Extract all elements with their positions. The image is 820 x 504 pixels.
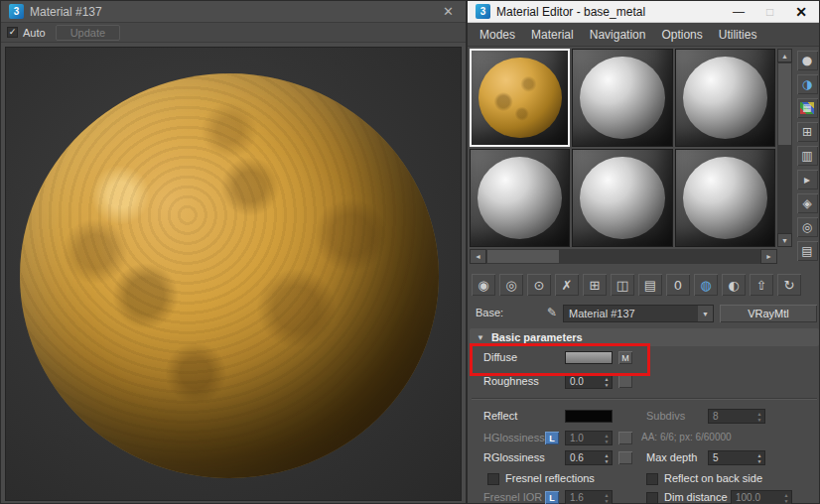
sample-uv-tiling-button[interactable]: ⊞ [797, 122, 818, 142]
material-map-navigator-button[interactable]: ▤ [797, 241, 818, 261]
diffuse-color-swatch[interactable] [565, 351, 613, 364]
options-button[interactable]: ◈ [797, 193, 818, 213]
update-button[interactable]: Update [56, 25, 120, 41]
slots-vertical-scrollbar[interactable]: ▲ ▼ [777, 49, 792, 247]
rglossiness-spinner[interactable]: 0.6 ▲▼ [565, 450, 613, 465]
material-class-button[interactable]: VRayMtl [720, 305, 817, 322]
hglossiness-map-button[interactable] [618, 432, 632, 444]
put-material-to-scene-icon: ◎ [505, 279, 516, 292]
select-by-material-button[interactable]: ◎ [797, 217, 818, 237]
scroll-down-icon[interactable]: ▼ [777, 233, 792, 247]
spin-down-icon[interactable]: ▼ [757, 458, 762, 464]
scroll-left-icon[interactable]: ◄ [470, 249, 486, 264]
spin-down-icon[interactable]: ▼ [757, 417, 762, 423]
put-to-library-button[interactable]: ▤ [638, 274, 662, 296]
get-material-icon: ◉ [478, 279, 488, 292]
close-icon[interactable]: ✕ [439, 4, 458, 19]
show-end-result-button[interactable]: ◐ [722, 274, 746, 296]
sample-slot-6[interactable] [675, 149, 775, 247]
hglossiness-row: HGlossiness L 1.0 ▲▼ AA: 6/6; px: 6/6000… [468, 430, 820, 447]
go-to-parent-button[interactable]: ⇧ [750, 274, 773, 296]
auto-checkbox[interactable]: ✓ [7, 27, 18, 38]
diffuse-map-button[interactable]: M [618, 351, 632, 364]
sample-slot-2[interactable] [572, 49, 672, 147]
spin-down-icon[interactable]: ▼ [605, 458, 610, 464]
reset-material-button[interactable]: ✗ [555, 274, 579, 296]
sample-slot-1[interactable] [470, 49, 570, 147]
close-icon[interactable]: ✕ [795, 5, 807, 19]
sample-slot-4[interactable] [470, 149, 570, 247]
fresnel-reflections-checkbox[interactable] [487, 473, 499, 485]
roughness-row: Roughness 0.0 ▲▼ [468, 373, 820, 391]
hglossiness-lock-button[interactable]: L [545, 432, 559, 444]
scroll-up-icon[interactable]: ▲ [777, 49, 792, 63]
menu-options[interactable]: Options [653, 28, 710, 42]
preview-titlebar[interactable]: 3 Material #137 ✕ [1, 1, 466, 23]
rglossiness-row: RGlossiness 0.6 ▲▼ Max depth 5 ▲▼ [468, 449, 820, 467]
hglossiness-label: HGlossiness [483, 432, 545, 443]
dim-distance-checkbox[interactable] [646, 492, 658, 504]
background-button[interactable]: ▦ [797, 98, 818, 118]
assign-material-to-selection-button[interactable]: ⊙ [527, 274, 551, 296]
fresnel-ior-value: 1.6 [566, 492, 602, 503]
subdivs-value: 8 [709, 411, 754, 422]
sample-type-icon: ● [802, 55, 812, 66]
material-toolbar: ◉ ◎ ⊙ ✗ ⊞ ◫ ▤ 0 ◍ ◐ ⇧ ↻ [472, 273, 817, 297]
reflect-color-swatch[interactable] [565, 410, 613, 423]
backlight-button[interactable]: ◑ [797, 74, 818, 94]
editor-titlebar[interactable]: 3 Material Editor - base_metal — □ ✕ [468, 1, 819, 23]
vertical-scroll-thumb[interactable] [778, 63, 791, 145]
put-material-to-scene-button[interactable]: ◎ [499, 274, 523, 296]
preview-toolbar: ✓ Auto Update [1, 23, 466, 43]
fresnel-ior-lock-button[interactable]: L [545, 491, 559, 504]
fresnel-ior-spinner[interactable]: 1.6 ▲▼ [565, 490, 613, 504]
slots-horizontal-scrollbar[interactable]: ◄ ► [470, 249, 777, 264]
make-unique-button[interactable]: ◫ [611, 274, 634, 296]
sample-slot-3[interactable] [675, 49, 775, 147]
subdivs-label: Subdivs [646, 410, 685, 422]
hglossiness-spinner[interactable]: 1.0 ▲▼ [565, 431, 613, 445]
video-color-check-button[interactable]: ▥ [797, 146, 818, 166]
pick-material-eyedropper-icon[interactable]: ✎ [547, 306, 557, 319]
spin-down-icon[interactable]: ▼ [605, 439, 610, 444]
show-shaded-material-in-viewport-button[interactable]: ◍ [694, 274, 718, 296]
menu-modes[interactable]: Modes [472, 28, 523, 42]
rglossiness-map-button[interactable] [618, 451, 632, 464]
preview-viewport[interactable] [5, 47, 462, 501]
menu-utilities[interactable]: Utilities [711, 28, 765, 42]
roughness-spinner[interactable]: 0.0 ▲▼ [565, 374, 613, 389]
horizontal-scroll-thumb[interactable] [487, 250, 559, 263]
rglossiness-label: RGlossiness [483, 451, 545, 463]
max-depth-spinner[interactable]: 5 ▲▼ [708, 450, 765, 465]
scroll-right-icon[interactable]: ► [760, 249, 777, 264]
subdivs-spinner[interactable]: 8 ▲▼ [708, 409, 765, 424]
max-depth-label: Max depth [646, 451, 697, 463]
make-material-copy-button[interactable]: ⊞ [583, 274, 607, 296]
sample-slot-5[interactable] [572, 149, 672, 247]
menu-material[interactable]: Material [523, 28, 582, 42]
reflect-row: Reflect Subdivs 8 ▲▼ [468, 408, 820, 426]
material-name-dropdown[interactable]: Material #137 ▼ [563, 305, 714, 322]
spin-down-icon[interactable]: ▼ [605, 382, 610, 388]
dim-distance-spinner[interactable]: 100.0 ▲▼ [731, 490, 792, 504]
material-sphere-thumb [478, 157, 562, 239]
rollout-title: Basic parameters [491, 331, 583, 343]
minimize-icon[interactable]: — [733, 6, 745, 18]
get-material-button[interactable]: ◉ [472, 274, 495, 296]
auto-update-toggle[interactable]: ✓ Auto [7, 27, 46, 39]
material-id-channel-button[interactable]: 0 [666, 274, 690, 296]
show-end-result-icon: ◐ [728, 279, 739, 292]
spin-down-icon[interactable]: ▼ [784, 498, 789, 504]
editor-window-title: Material Editor - base_metal [496, 5, 645, 19]
roughness-map-button[interactable] [618, 375, 632, 388]
go-forward-to-sibling-button[interactable]: ↻ [777, 274, 801, 296]
maximize-icon[interactable]: □ [766, 6, 773, 18]
menu-navigation[interactable]: Navigation [582, 28, 654, 42]
rollout-basic-parameters[interactable]: ▼ Basic parameters [470, 328, 819, 346]
reflect-on-back-side-checkbox[interactable] [646, 473, 658, 485]
spin-down-icon[interactable]: ▼ [605, 498, 610, 504]
reflect-label: Reflect [483, 410, 517, 422]
make-preview-button[interactable]: ▸ [797, 170, 818, 189]
sample-type-button[interactable]: ● [797, 51, 818, 70]
chevron-down-icon[interactable]: ▼ [698, 306, 713, 321]
